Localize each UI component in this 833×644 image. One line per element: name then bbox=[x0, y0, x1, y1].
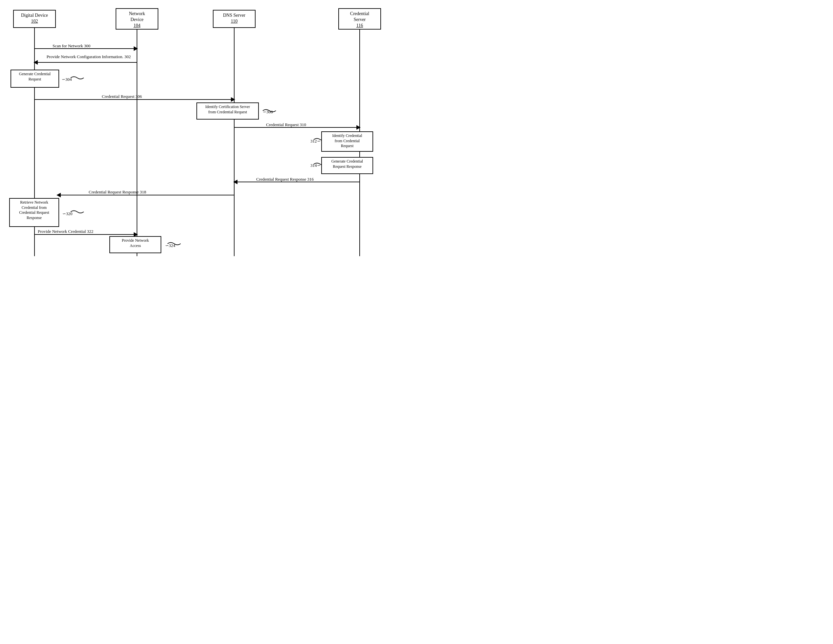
action-identify-cert-server: Identify Certification Serverfrom Creden… bbox=[196, 103, 259, 120]
action-retrieve-network-cred: Retrieve NetworkCredential fromCredentia… bbox=[9, 198, 59, 227]
ref-324: ∽324 bbox=[165, 243, 175, 248]
svg-marker-9 bbox=[231, 97, 235, 102]
action-generate-credential-request: Generate CredentialRequest bbox=[11, 70, 59, 88]
ref-312: 312∽ bbox=[310, 138, 321, 144]
ref-308: ∽308 bbox=[263, 109, 273, 115]
ref-304: ∽304 bbox=[62, 77, 72, 82]
action-generate-credential-label: Generate CredentialRequest bbox=[19, 72, 51, 82]
svg-marker-15 bbox=[56, 193, 61, 198]
label-cred-req-306: Credential Request 306 bbox=[102, 94, 142, 99]
action-retrieve-label: Retrieve NetworkCredential fromCredentia… bbox=[19, 200, 49, 220]
action-network-access-label: Provide NetworkAccess bbox=[122, 238, 149, 248]
action-generate-response: Generate CredentialRequest Response bbox=[321, 157, 373, 174]
sequence-diagram: Digital Device102 NetworkDevice104 DNS S… bbox=[0, 0, 416, 322]
ref-314: 314∽ bbox=[310, 163, 321, 168]
label-provide-config: Provide Network Configuration Informatio… bbox=[43, 54, 135, 59]
label-cred-req-310: Credential Request 310 bbox=[266, 122, 306, 127]
action-identify-cert-label: Identify Certification Serverfrom Creden… bbox=[205, 104, 250, 114]
svg-marker-7 bbox=[34, 60, 38, 65]
label-cred-resp-318: Credential Request Response 318 bbox=[89, 190, 146, 195]
action-identify-credential: Identify Credentialfrom CredentialReques… bbox=[321, 132, 373, 152]
action-provide-network-access: Provide NetworkAccess bbox=[109, 236, 161, 253]
action-generate-resp-label: Generate CredentialRequest Response bbox=[331, 159, 363, 169]
label-scan: Scan for Network 300 bbox=[53, 43, 90, 48]
label-cred-resp-316: Credential Request Response 316 bbox=[256, 177, 314, 182]
svg-marker-5 bbox=[134, 46, 138, 51]
ref-320: ∽320 bbox=[63, 211, 72, 217]
label-provide-cred-322: Provide Network Credential 322 bbox=[38, 229, 93, 234]
svg-marker-11 bbox=[356, 125, 361, 130]
svg-marker-13 bbox=[233, 180, 238, 184]
action-identify-cred-label: Identify Credentialfrom CredentialReques… bbox=[333, 133, 362, 148]
